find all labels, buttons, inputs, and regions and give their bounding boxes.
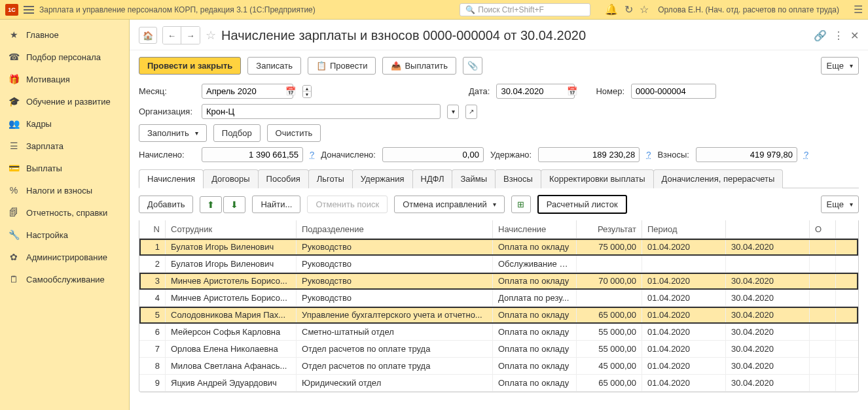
sidebar-icon: 🗐 <box>8 207 20 218</box>
tab-9[interactable]: Доначисления, перерасчеты <box>653 169 784 188</box>
table-row[interactable]: 1Булатов Игорь ВиленовичРуководствоОплат… <box>139 239 858 256</box>
col-header-result[interactable]: Результат <box>577 220 642 238</box>
cell-o <box>810 375 836 391</box>
sidebar-item-1[interactable]: ☎Подбор персонала <box>0 46 129 68</box>
link-icon[interactable]: 🔗 <box>814 29 827 42</box>
forward-button[interactable]: → <box>181 27 200 44</box>
attach-button[interactable]: 📎 <box>463 57 482 75</box>
post-icon: 📋 <box>316 61 327 71</box>
find-button[interactable]: Найти... <box>252 196 300 213</box>
month-input[interactable] <box>202 84 293 99</box>
cell-result: 55 000,00 <box>577 341 642 357</box>
table-row[interactable]: 3Минчев Аристотель Борисо...РуководствоО… <box>139 273 858 290</box>
cancel-corrections-button[interactable]: Отмена исправлений <box>394 196 505 213</box>
pay-button[interactable]: 📤Выплатить <box>382 57 456 75</box>
tab-6[interactable]: Займы <box>452 169 496 188</box>
cell-accrual: Оплата по окладу <box>493 273 577 289</box>
sidebar-item-6[interactable]: 💳Выплаты <box>0 157 129 179</box>
main-menu-icon[interactable] <box>24 6 34 14</box>
menu-bars-icon[interactable]: ☰ <box>854 3 863 16</box>
cell-n: 8 <box>139 358 166 374</box>
cell-o <box>810 239 836 255</box>
table-row[interactable]: 9Яцкив Андрей ЭдуардовичЮридический отде… <box>139 375 858 392</box>
sidebar-icon: 💳 <box>8 162 20 174</box>
number-input[interactable] <box>631 84 716 99</box>
col-header-department[interactable]: Подразделение <box>297 220 493 238</box>
bell-icon[interactable]: 🔔 <box>605 3 618 16</box>
sidebar-item-10[interactable]: ✿Администрирование <box>0 246 129 268</box>
tab-4[interactable]: Удержания <box>352 169 413 188</box>
home-button[interactable]: 🏠 <box>139 27 157 44</box>
cell-result: 65 000,00 <box>577 307 642 323</box>
sidebar-item-7[interactable]: %Налоги и взносы <box>0 179 129 201</box>
clear-button[interactable]: Очистить <box>267 124 321 142</box>
col-header-period[interactable]: Период <box>642 220 726 238</box>
table-settings-button[interactable]: ⊞ <box>511 196 531 213</box>
tab-3[interactable]: Льготы <box>308 169 353 188</box>
add-row-button[interactable]: Добавить <box>139 196 193 213</box>
sidebar-item-8[interactable]: 🗐Отчетность, справки <box>0 201 129 224</box>
help-icon[interactable]: ? <box>310 150 314 160</box>
table-row[interactable]: 5Солодовникова Мария Пах...Управление бу… <box>139 307 858 324</box>
payslip-button[interactable]: Расчетный листок <box>537 195 627 214</box>
tab-7[interactable]: Взносы <box>495 169 541 188</box>
cell-period-end: 30.04.2020 <box>726 290 810 306</box>
extra-accrued-label: Доначислено: <box>321 150 376 160</box>
sidebar-item-4[interactable]: 👥Кадры <box>0 112 129 135</box>
fill-button[interactable]: Заполнить <box>139 124 207 142</box>
save-button[interactable]: Записать <box>247 57 301 75</box>
org-open-button[interactable]: ↗ <box>465 105 477 119</box>
table-row[interactable]: 8Милова Светлана Афанась...Отдел расчето… <box>139 358 858 375</box>
sidebar-item-label: Главное <box>26 30 59 40</box>
tab-0[interactable]: Начисления <box>139 169 204 188</box>
cell-o <box>810 358 836 374</box>
kebab-menu-icon[interactable]: ⋮ <box>833 29 844 42</box>
withheld-value <box>538 147 640 162</box>
help-icon[interactable]: ? <box>646 150 651 160</box>
tab-5[interactable]: НДФЛ <box>412 169 453 188</box>
back-button[interactable]: ← <box>163 27 181 44</box>
sidebar-item-2[interactable]: 🎁Мотивация <box>0 68 129 90</box>
tab-more-button[interactable]: Еще <box>821 196 859 213</box>
sidebar-item-11[interactable]: 🗒Самообслуживание <box>0 268 129 290</box>
tab-8[interactable]: Корректировки выплаты <box>541 169 654 188</box>
more-actions-button[interactable]: Еще <box>821 57 859 75</box>
col-header-period-end[interactable] <box>726 220 810 238</box>
favorite-star-icon[interactable]: ☆ <box>206 28 216 43</box>
global-search-input[interactable]: 🔍 Поиск Ctrl+Shift+F <box>460 3 590 16</box>
sidebar-icon: 🔧 <box>8 229 20 241</box>
col-header-employee[interactable]: Сотрудник <box>166 220 297 238</box>
navigation-sidebar: ★Главное☎Подбор персонала🎁Мотивация🎓Обуч… <box>0 20 130 410</box>
table-row[interactable]: 4Минчев Аристотель Борисо...РуководствоД… <box>139 290 858 307</box>
cell-n: 7 <box>139 341 166 357</box>
star-icon[interactable]: ☆ <box>640 3 649 16</box>
col-header-accrual[interactable]: Начисление <box>493 220 577 238</box>
cell-o <box>810 324 836 340</box>
post-and-close-button[interactable]: Провести и закрыть <box>139 57 241 75</box>
post-button[interactable]: 📋Провести <box>308 57 376 75</box>
table-row[interactable]: 6Мейерсон Софья КарловнаСметно-штатный о… <box>139 324 858 341</box>
date-input[interactable] <box>496 84 575 99</box>
help-icon[interactable]: ? <box>804 150 808 160</box>
col-header-n[interactable]: N <box>139 220 166 238</box>
sidebar-item-9[interactable]: 🔧Настройка <box>0 224 129 246</box>
sidebar-item-label: Выплаты <box>26 163 62 173</box>
org-dropdown-button[interactable]: ▾ <box>447 105 459 119</box>
move-down-button[interactable]: ⬇ <box>223 196 245 213</box>
table-row[interactable]: 2Булатов Игорь ВиленовичРуководствоОбслу… <box>139 256 858 273</box>
move-up-button[interactable]: ⬆ <box>200 196 222 213</box>
sidebar-icon: ★ <box>8 29 20 41</box>
close-button[interactable]: ✕ <box>850 29 859 42</box>
sidebar-item-5[interactable]: ☰Зарплата <box>0 135 129 157</box>
sidebar-item-0[interactable]: ★Главное <box>0 24 129 46</box>
month-spinner[interactable]: ▲▼ <box>302 85 312 98</box>
org-input[interactable] <box>202 104 441 119</box>
sidebar-item-3[interactable]: 🎓Обучение и развитие <box>0 90 129 112</box>
history-icon[interactable]: ↻ <box>624 3 633 16</box>
tab-2[interactable]: Пособия <box>258 169 309 188</box>
cell-n: 9 <box>139 375 166 391</box>
col-header-o[interactable]: О <box>810 220 836 238</box>
table-row[interactable]: 7Орлова Елена НиколаевнаОтдел расчетов п… <box>139 341 858 358</box>
select-button[interactable]: Подбор <box>213 124 261 142</box>
tab-1[interactable]: Договоры <box>203 169 258 188</box>
